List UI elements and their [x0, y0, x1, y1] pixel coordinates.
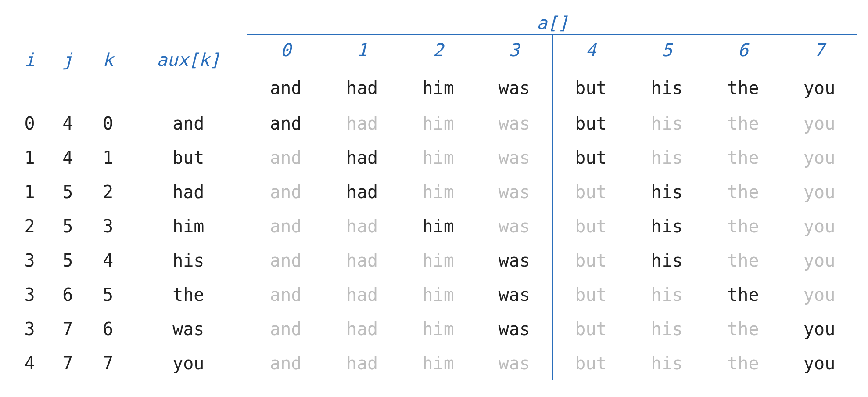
array-cell: was [476, 209, 552, 243]
array-cell: his [629, 243, 705, 278]
array-cell: his [629, 69, 705, 106]
array-cell: but [552, 209, 629, 243]
index-cell: 1 [11, 175, 49, 209]
array-cell: was [476, 243, 552, 278]
index-cell: 4 [87, 243, 129, 278]
array-cell: the [705, 141, 782, 175]
array-cell: had [324, 346, 400, 380]
array-cell: his [629, 141, 705, 175]
table-row: andhadhimwasbuthistheyou [11, 69, 857, 106]
array-cell: had [324, 243, 400, 278]
array-cell: you [781, 175, 857, 209]
index-cell: 2 [11, 209, 49, 243]
array-cell: but [552, 312, 629, 346]
index-cell: 1 [87, 141, 129, 175]
array-cell: and [247, 278, 324, 312]
array-cell: you [781, 209, 857, 243]
col-header-a: a[] [247, 4, 857, 35]
array-cell: him [400, 106, 477, 141]
array-cell: you [781, 312, 857, 346]
index-cell: 0 [87, 106, 129, 141]
array-cell: you [781, 141, 857, 175]
array-cell: had [324, 106, 400, 141]
table-header: i j k aux[k] a[] 0 1 2 3 4 5 6 7 [11, 4, 857, 69]
array-cell: his [629, 312, 705, 346]
table-body: andhadhimwasbuthistheyou040andandhadhimw… [11, 69, 857, 380]
index-cell: 5 [49, 209, 87, 243]
array-cell: the [705, 243, 782, 278]
aux-cell: and [129, 106, 247, 141]
aux-cell: but [129, 141, 247, 175]
array-cell: but [552, 69, 629, 106]
aux-cell: him [129, 209, 247, 243]
array-cell: and [247, 209, 324, 243]
array-cell: his [629, 346, 705, 380]
array-cell: his [629, 175, 705, 209]
array-cell: the [705, 278, 782, 312]
array-cell: had [324, 312, 400, 346]
array-cell: you [781, 346, 857, 380]
table-row: 365theandhadhimwasbuthistheyou [11, 278, 857, 312]
col-header-j: j [49, 4, 87, 69]
array-cell: but [552, 141, 629, 175]
index-cell: 7 [87, 346, 129, 380]
aux-cell: had [129, 175, 247, 209]
index-cell: 5 [49, 175, 87, 209]
col-header-a6: 6 [705, 35, 782, 69]
index-cell: 6 [49, 278, 87, 312]
array-cell: but [552, 175, 629, 209]
array-cell: was [476, 141, 552, 175]
index-cell: 4 [49, 141, 87, 175]
index-cell [49, 69, 87, 106]
array-cell: was [476, 312, 552, 346]
array-cell: and [247, 346, 324, 380]
array-cell: the [705, 175, 782, 209]
array-cell: was [476, 278, 552, 312]
array-cell: and [247, 312, 324, 346]
index-cell: 2 [87, 175, 129, 209]
table-row: 354hisandhadhimwasbuthistheyou [11, 243, 857, 278]
array-cell: was [476, 69, 552, 106]
array-cell: had [324, 209, 400, 243]
index-cell: 3 [11, 312, 49, 346]
array-cell: him [400, 243, 477, 278]
array-cell: him [400, 312, 477, 346]
index-cell: 0 [11, 106, 49, 141]
col-header-a3: 3 [476, 35, 552, 69]
array-cell: you [781, 69, 857, 106]
merge-trace-table: i j k aux[k] a[] 0 1 2 3 4 5 6 7 andhadh… [11, 4, 857, 380]
index-cell: 3 [11, 243, 49, 278]
col-header-a0: 0 [247, 35, 324, 69]
array-cell: you [781, 106, 857, 141]
array-cell: but [552, 346, 629, 380]
table-row: 477youandhadhimwasbuthistheyou [11, 346, 857, 380]
array-cell: you [781, 278, 857, 312]
array-cell: had [324, 278, 400, 312]
array-cell: his [629, 278, 705, 312]
aux-cell: his [129, 243, 247, 278]
array-cell: him [400, 346, 477, 380]
index-cell: 3 [87, 209, 129, 243]
col-header-aux: aux[k] [129, 4, 247, 69]
array-cell: and [247, 175, 324, 209]
array-cell: his [629, 106, 705, 141]
array-cell: and [247, 243, 324, 278]
col-header-a4: 4 [552, 35, 629, 69]
array-cell: and [247, 69, 324, 106]
table-row: 040andandhadhimwasbuthistheyou [11, 106, 857, 141]
index-cell: 4 [49, 106, 87, 141]
index-cell: 3 [11, 278, 49, 312]
array-cell: but [552, 243, 629, 278]
array-cell: the [705, 346, 782, 380]
index-cell: 4 [11, 346, 49, 380]
array-cell: and [247, 106, 324, 141]
array-cell: him [400, 175, 477, 209]
index-cell [11, 69, 49, 106]
col-header-a7: 7 [781, 35, 857, 69]
array-cell: the [705, 209, 782, 243]
col-header-a1: 1 [324, 35, 400, 69]
index-cell: 1 [11, 141, 49, 175]
table-row: 152hadandhadhimwasbuthistheyou [11, 175, 857, 209]
array-cell: him [400, 141, 477, 175]
col-header-i: i [11, 4, 49, 69]
